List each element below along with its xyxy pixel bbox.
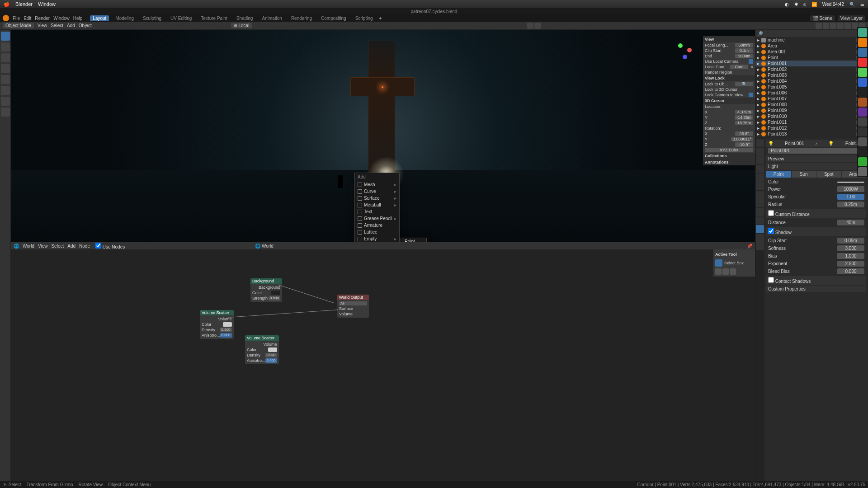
contact-shadows-header[interactable]: Contact Shadows: [766, 276, 866, 285]
prop-tab-material[interactable]: [756, 234, 764, 242]
preview-header[interactable]: Preview: [766, 155, 866, 162]
ne-menu-view[interactable]: View: [38, 244, 48, 249]
npanel-viewlock-header[interactable]: View Lock: [703, 75, 755, 81]
gizmo-z-icon[interactable]: [683, 55, 687, 59]
outliner-row[interactable]: ▸Point.013: [755, 131, 868, 137]
prop-tab-scene[interactable]: [756, 165, 764, 173]
select-mode-button[interactable]: [715, 268, 722, 275]
disclosure-icon[interactable]: ▸: [757, 120, 760, 125]
prop-tab-constraint[interactable]: [756, 216, 764, 225]
loc-z-value[interactable]: 18.76m: [735, 121, 753, 125]
prop-tab-render[interactable]: [756, 139, 764, 147]
shadow-checkbox[interactable]: [768, 228, 774, 234]
light-type-spot[interactable]: Spot: [816, 171, 841, 178]
snap-toggle[interactable]: [527, 23, 533, 29]
gizmo-toggle[interactable]: [823, 23, 829, 29]
dock-app-icon[interactable]: [858, 127, 867, 136]
custom-props-header[interactable]: Custom Properties: [766, 286, 866, 292]
dock-app-icon[interactable]: [858, 147, 867, 156]
dock-photoshop-icon[interactable]: [858, 78, 867, 87]
dock-blender-icon[interactable]: [858, 38, 867, 47]
disclosure-icon[interactable]: ▸: [757, 84, 760, 89]
rot-x-value[interactable]: 95.6°: [735, 131, 753, 136]
workspace-tab-animation[interactable]: Animation: [259, 15, 284, 21]
light-point-item[interactable]: Point: [400, 238, 426, 242]
world-output-node[interactable]: World Output All Surface Volume: [337, 295, 369, 318]
aniso-field[interactable]: 0.000: [265, 358, 277, 363]
app-name[interactable]: Blender: [15, 1, 33, 7]
menubar-icon[interactable]: ✱: [794, 2, 798, 7]
disclosure-icon[interactable]: ▸: [757, 102, 760, 107]
add-item-curve[interactable]: Curve▸: [355, 188, 399, 195]
distance-field[interactable]: 40m: [837, 220, 864, 225]
select-mode-button[interactable]: [722, 268, 729, 275]
3d-viewport[interactable]: View Focal Leng...50mm Clip Start0.1m En…: [11, 30, 755, 242]
light-type-sun[interactable]: Sun: [792, 171, 816, 178]
dock-bridge-icon[interactable]: [858, 98, 867, 107]
dock-app-icon[interactable]: [858, 157, 867, 166]
workspace-tab-compositing[interactable]: Compositing: [318, 15, 349, 21]
tool-select-box[interactable]: [1, 32, 10, 41]
tool-scale[interactable]: [1, 75, 10, 84]
clear-icon[interactable]: ×: [751, 65, 753, 69]
dock-app-icon[interactable]: [858, 58, 867, 67]
add-item-surface[interactable]: Surface▸: [355, 195, 399, 202]
disclosure-icon[interactable]: ▸: [757, 131, 760, 136]
rot-z-value[interactable]: -10.9°: [735, 142, 753, 147]
npanel-cursor-header[interactable]: 3D Cursor: [703, 98, 755, 104]
disclosure-icon[interactable]: ▸: [757, 49, 760, 54]
gizmo-x-icon[interactable]: [687, 48, 692, 52]
menubar-icon[interactable]: 🔍: [849, 2, 855, 7]
scene-selector[interactable]: 🎬 Scene: [810, 15, 835, 21]
clipend-value[interactable]: 1000m: [735, 54, 753, 58]
disclosure-icon[interactable]: ▸: [757, 38, 760, 42]
prop-tab-texture[interactable]: [756, 242, 764, 250]
dock-app-icon[interactable]: [858, 117, 867, 127]
prop-tab-modifier[interactable]: [756, 191, 764, 199]
select-mode-button[interactable]: [730, 268, 736, 275]
aniso-field[interactable]: 0.000: [220, 333, 232, 338]
proportional-toggle[interactable]: [534, 23, 541, 29]
disclosure-icon[interactable]: ▸: [757, 73, 760, 78]
lockob-value[interactable]: 🔍: [735, 82, 753, 86]
dock-app-icon[interactable]: [858, 48, 867, 57]
npanel-annotations-header[interactable]: Annotations: [703, 159, 755, 165]
prop-tab-particle[interactable]: [756, 199, 764, 207]
orientation-selector[interactable]: ⊕ Local: [231, 23, 252, 28]
disclosure-icon[interactable]: ▸: [757, 96, 760, 101]
loc-x-value[interactable]: 4.379m: [735, 110, 753, 114]
add-workspace-button[interactable]: +: [379, 16, 382, 21]
workspace-tab-rendering[interactable]: Rendering: [288, 15, 315, 21]
disclosure-icon[interactable]: ▸: [757, 90, 760, 95]
clipstart-value[interactable]: 0.1m: [735, 48, 753, 53]
disclosure-icon[interactable]: ▸: [757, 67, 760, 72]
workspace-tab-texture[interactable]: Texture Paint: [198, 15, 230, 21]
shadow-exponent-field[interactable]: 2.500: [837, 261, 864, 267]
volume-scatter-node-2[interactable]: Volume Scatter Volume Color Density0.020…: [245, 335, 279, 364]
menubar-icon[interactable]: 📶: [811, 2, 817, 7]
vp-menu-object[interactable]: Object: [79, 23, 92, 28]
volume-scatter-node-1[interactable]: Volume Scatter Volume Color Density0.500…: [200, 310, 234, 339]
dock-app-icon[interactable]: [858, 68, 867, 77]
outliner-row[interactable]: ▸Point.002: [755, 66, 868, 72]
vp-menu-select[interactable]: Select: [51, 23, 63, 28]
overlay-toggle[interactable]: [816, 23, 822, 29]
disclosure-icon[interactable]: ▸: [757, 114, 760, 119]
macos-window-menu[interactable]: Window: [38, 1, 56, 7]
mode-selector[interactable]: Object Mode: [3, 23, 34, 28]
localcam-value[interactable]: Cam: [730, 65, 748, 69]
editor-type-icon[interactable]: 🌐: [14, 244, 19, 249]
add-item-empty[interactable]: Empty▸: [355, 235, 399, 242]
shadow-softness-field[interactable]: 3.000: [837, 245, 864, 251]
light-power-field[interactable]: 1000W: [837, 186, 864, 192]
focal-value[interactable]: 50mm: [735, 43, 753, 47]
outliner-row[interactable]: ▸Point.006: [755, 90, 868, 96]
disclosure-icon[interactable]: ▸: [757, 61, 760, 66]
shading-wireframe[interactable]: [837, 23, 844, 29]
menubar-clock[interactable]: Wed 04:42: [822, 2, 844, 7]
add-item-armature[interactable]: Armature: [355, 222, 399, 229]
disclosure-icon[interactable]: ▸: [757, 43, 760, 48]
euler-mode[interactable]: XYZ Euler: [705, 148, 753, 152]
tool-annotate[interactable]: [1, 97, 10, 106]
outliner-row[interactable]: ▸machine: [755, 37, 868, 43]
